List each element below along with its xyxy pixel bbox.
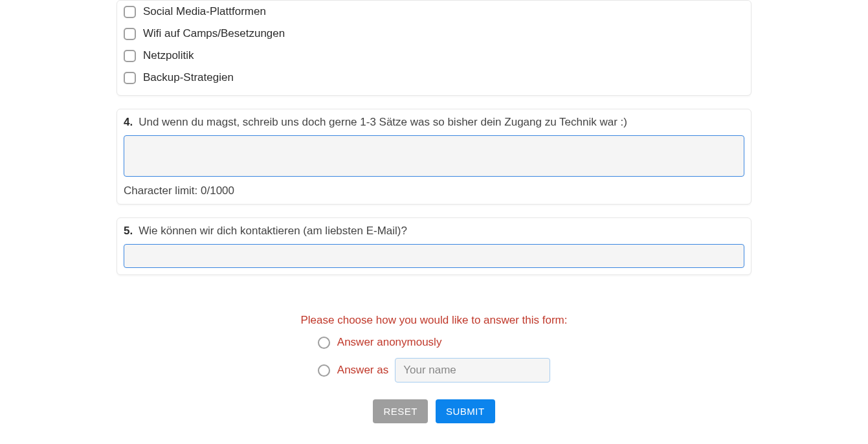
checkbox-option[interactable]: Backup-Strategien <box>124 67 744 89</box>
checkbox-label: Wifi auf Camps/Besetzungen <box>143 27 285 40</box>
checkbox-option[interactable]: Wifi auf Camps/Besetzungen <box>124 23 744 45</box>
radio-icon <box>318 337 330 349</box>
reset-button[interactable]: RESET <box>373 399 428 423</box>
checkbox-icon <box>124 72 136 84</box>
checkbox-option[interactable]: Social Media-Plattformen <box>124 1 744 23</box>
checkbox-icon <box>124 50 136 62</box>
question-3-card: Social Media-Plattformen Wifi auf Camps/… <box>117 0 751 96</box>
submit-button[interactable]: SUBMIT <box>436 399 495 423</box>
question-number: 4. <box>124 116 133 129</box>
question-text: Und wenn du magst, schreib uns doch gern… <box>139 116 627 129</box>
character-limit-label: Character limit: 0/1000 <box>124 184 744 197</box>
checkbox-list: Social Media-Plattformen Wifi auf Camps/… <box>124 1 744 89</box>
button-row: RESET SUBMIT <box>117 399 751 423</box>
question-number: 5. <box>124 225 133 238</box>
question-text: Wie können wir dich kontaktieren (am lie… <box>139 225 407 238</box>
question-4-card: 4. Und wenn du magst, schreib uns doch g… <box>117 109 751 205</box>
checkbox-label: Backup-Strategien <box>143 71 234 84</box>
contact-input[interactable] <box>124 244 744 268</box>
radio-label: Answer anonymously <box>337 336 442 349</box>
checkbox-icon <box>124 6 136 18</box>
checkbox-label: Social Media-Plattformen <box>143 5 266 18</box>
answer-textarea[interactable] <box>124 135 744 177</box>
question-header: 5. Wie können wir dich kontaktieren (am … <box>124 225 744 238</box>
name-input[interactable] <box>395 358 550 383</box>
radio-group: Answer anonymously Answer as <box>318 336 550 383</box>
radio-label: Answer as <box>337 364 388 377</box>
radio-option-named[interactable]: Answer as <box>318 358 550 383</box>
question-header: 4. Und wenn du magst, schreib uns doch g… <box>124 116 744 129</box>
radio-option-anonymous[interactable]: Answer anonymously <box>318 336 550 349</box>
checkbox-icon <box>124 28 136 40</box>
checkbox-option[interactable]: Netzpolitik <box>124 45 744 67</box>
answer-mode-section: Please choose how you would like to answ… <box>117 314 751 423</box>
question-5-card: 5. Wie können wir dich kontaktieren (am … <box>117 217 751 275</box>
checkbox-label: Netzpolitik <box>143 49 194 62</box>
radio-icon <box>318 364 330 377</box>
answer-mode-prompt: Please choose how you would like to answ… <box>117 314 751 327</box>
